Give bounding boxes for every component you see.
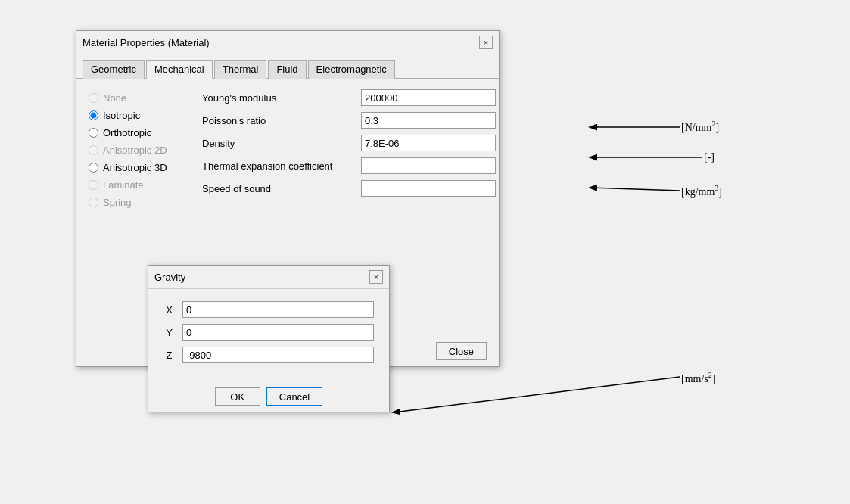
prop-input-speed-of-sound[interactable] [361, 180, 496, 197]
radio-isotropic-input[interactable] [89, 110, 98, 120]
tab-electromagnetic[interactable]: Electromagnetic [308, 60, 395, 79]
radio-spring-input[interactable] [89, 198, 98, 207]
radio-panel: None Isotropic Orthotropic Anisotropic 2… [89, 89, 187, 208]
close-button[interactable]: Close [436, 342, 487, 360]
properties-panel: Young's modulus Poisson's ratio Density … [202, 89, 496, 208]
unit-label-mm-s2: [mm/s2] [681, 371, 715, 385]
radio-anisotropic2d: Anisotropic 2D [89, 145, 187, 156]
gravity-cancel-button[interactable]: Cancel [266, 387, 322, 406]
svg-line-3 [590, 188, 680, 191]
tab-geometric[interactable]: Geometric [83, 60, 145, 79]
prop-row-youngs: Young's modulus [202, 89, 496, 106]
radio-spring-label: Spring [103, 197, 132, 208]
gravity-dialog-titlebar: Gravity × [148, 266, 389, 289]
radio-anisotropic2d-label: Anisotropic 2D [103, 145, 167, 156]
radio-spring: Spring [89, 197, 187, 208]
prop-label-youngs: Young's modulus [202, 92, 353, 104]
prop-row-density: Density [202, 135, 496, 151]
radio-laminate-input[interactable] [89, 180, 98, 190]
tab-thermal[interactable]: Thermal [214, 60, 267, 79]
radio-isotropic: Isotropic [89, 110, 187, 121]
prop-row-poisson: Poisson's ratio [202, 112, 496, 129]
prop-input-youngs[interactable] [361, 89, 496, 106]
radio-anisotropic2d-input[interactable] [89, 145, 98, 155]
gravity-dialog: Gravity × X Y Z OK Cancel [148, 265, 390, 412]
prop-label-poisson: Poisson's ratio [202, 115, 353, 126]
gravity-y-input[interactable] [182, 324, 374, 341]
gravity-dialog-content: X Y Z [148, 289, 389, 381]
tab-fluid[interactable]: Fluid [268, 60, 306, 79]
radio-anisotropic3d-input[interactable] [89, 163, 98, 173]
gravity-x-input[interactable] [182, 301, 374, 318]
prop-input-poisson[interactable] [361, 112, 496, 129]
radio-orthotropic-label: Orthotropic [103, 127, 151, 138]
radio-laminate: Laminate [89, 179, 187, 191]
gravity-z-label: Z [163, 350, 175, 361]
main-dialog-title: Material Properties (Material) [83, 37, 210, 48]
prop-row-thermal-expansion: Thermal expansion coefficient [202, 157, 496, 174]
prop-label-speed-of-sound: Speed of sound [202, 183, 353, 194]
gravity-x-label: X [163, 304, 175, 316]
radio-none: None [89, 92, 187, 104]
gravity-dialog-title: Gravity [154, 272, 185, 283]
svg-line-4 [394, 377, 680, 412]
gravity-ok-button[interactable]: OK [215, 387, 260, 406]
prop-label-thermal-expansion: Thermal expansion coefficient [202, 160, 353, 172]
radio-laminate-label: Laminate [103, 179, 143, 191]
prop-input-density[interactable] [361, 135, 496, 151]
content-layout: None Isotropic Orthotropic Anisotropic 2… [89, 89, 487, 208]
unit-label-n-mm2: [N/mm2] [681, 120, 719, 134]
gravity-dialog-footer: OK Cancel [148, 381, 389, 412]
gravity-z-input[interactable] [182, 347, 374, 363]
gravity-z-row: Z [163, 347, 374, 363]
radio-orthotropic: Orthotropic [89, 127, 187, 138]
radio-none-input[interactable] [89, 93, 98, 103]
radio-none-label: None [103, 92, 126, 104]
prop-row-speed-of-sound: Speed of sound [202, 180, 496, 197]
unit-label-dash: [-] [704, 151, 715, 163]
radio-anisotropic3d-label: Anisotropic 3D [103, 162, 167, 173]
tabs-bar: Geometric Mechanical Thermal Fluid Elect… [76, 54, 499, 79]
prop-label-density: Density [202, 138, 353, 149]
tab-mechanical[interactable]: Mechanical [146, 60, 213, 79]
gravity-y-label: Y [163, 327, 175, 338]
radio-isotropic-label: Isotropic [103, 110, 140, 121]
gravity-x-row: X [163, 301, 374, 318]
prop-input-thermal-expansion[interactable] [361, 157, 496, 174]
radio-anisotropic3d: Anisotropic 3D [89, 162, 187, 173]
gravity-dialog-close-button[interactable]: × [369, 270, 383, 284]
main-dialog-close-button[interactable]: × [479, 36, 493, 49]
radio-orthotropic-input[interactable] [89, 128, 98, 138]
main-dialog-titlebar: Material Properties (Material) × [76, 31, 499, 54]
gravity-y-row: Y [163, 324, 374, 341]
unit-label-kg-mm3: [kg/mm3] [681, 184, 722, 198]
